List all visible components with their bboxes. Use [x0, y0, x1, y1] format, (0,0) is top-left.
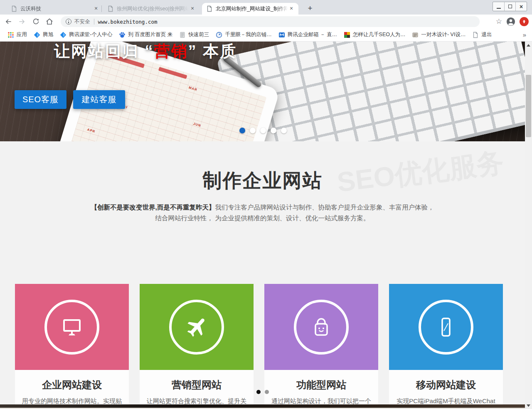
carousel-dot-5[interactable] — [281, 128, 287, 133]
card-body: 功能型网站 通过网站架构设计，我们可以把一个复杂的系统划分为一套更简单的子系统的… — [264, 370, 378, 404]
tab-xuzhou-seo[interactable]: 徐州网站优化|徐州seo|徐州网站 × — [103, 3, 200, 15]
url-text[interactable]: www.bokezhitong.com — [98, 19, 158, 25]
window-controls: × — [493, 2, 527, 11]
icon-ring — [169, 300, 224, 355]
tab-title: 北京网站制作_网站建设_制作网 — [216, 5, 288, 12]
bookmark-logout[interactable]: 退出 — [469, 30, 495, 39]
calendar-month-label: JUN — [193, 122, 202, 128]
airplane-icon — [178, 309, 215, 345]
address-bar[interactable]: 不安全 www.bokezhitong.com — [61, 16, 480, 27]
bookmark-label: 腾讯课堂-个人中心 — [69, 31, 112, 38]
bookmark-label: 千里眼－我的店铺… — [225, 31, 272, 38]
carousel-dot-4[interactable] — [271, 128, 276, 133]
design-site-icon — [412, 32, 419, 38]
tab-yunwo[interactable]: 云沃科技 × — [7, 3, 103, 15]
build-service-button[interactable]: 建站客服 — [73, 90, 125, 109]
back-icon — [4, 17, 12, 26]
blue-diamond-icon — [34, 32, 40, 38]
back-button[interactable] — [3, 16, 14, 27]
page-viewport: MAR MAY APR JUN AUG SEP DEC 让网站回归 “营销” 本… — [0, 42, 532, 409]
card-mobile-website[interactable]: 移动网站建设 实现PC端iPad端M手机端及WeChat微信端多平台的浏览方式，… — [389, 284, 503, 404]
bookmark-label: 到 百度图片首页 来 — [128, 31, 172, 38]
arrow-down-icon — [527, 404, 530, 407]
hero-button-group: SEO客服 建站客服 — [15, 90, 125, 109]
card-corporate-website[interactable]: 企业网站建设 用专业的网络技术制作网站。实现贴近用户体验、简单大方、一目了然、直… — [15, 284, 129, 404]
hero-quote-open: “ — [145, 42, 154, 60]
bookmark-qianliyan[interactable]: 千里眼－我的店铺… — [212, 30, 275, 39]
hero-title: 让网站回归 “营销” 本质 — [54, 42, 237, 62]
card-description: 实现PC端iPad端M手机端及WeChat微信端多平台的浏览方式，不同的分辨率下… — [395, 397, 497, 404]
bookmark-apps[interactable]: 应用 — [4, 30, 30, 39]
card-image-area — [15, 284, 129, 370]
apps-grid-icon — [7, 32, 14, 38]
bookmark-tencent-classroom[interactable]: 腾讯课堂-个人中心 — [57, 30, 116, 39]
security-label[interactable]: 不安全 — [74, 18, 90, 25]
hero-title-suffix: 本质 — [203, 42, 237, 60]
bookmark-label: 一对木设计- VI设… — [421, 31, 466, 38]
bookmarks-bar: 应用 腾旭 腾讯课堂-个人中心 到 百度图片首页 来 快速前三 千里眼－我的店铺… — [0, 28, 532, 42]
card-image-area — [264, 284, 378, 370]
baidu-paw-icon — [119, 32, 126, 38]
card-image-area — [389, 284, 503, 370]
monitor-icon — [59, 314, 85, 340]
forward-button[interactable] — [17, 16, 27, 27]
tab-title: 徐州网站优化|徐州seo|徐州网站 — [117, 5, 189, 12]
tab-close-icon[interactable]: × — [189, 5, 196, 12]
colorful-site-icon — [344, 32, 350, 38]
card-body: 移动网站建设 实现PC端iPad端M手机端及WeChat微信端多平台的浏览方式，… — [389, 370, 503, 404]
hero-carousel-dots — [239, 128, 287, 133]
card-marketing-website[interactable]: 营销型网站 让网站更符合搜索引擎优化、提升关键词排名。用更具吸引力的内容呈现、让… — [140, 284, 254, 404]
blue-diamond-icon — [60, 32, 66, 38]
bookmarks-overflow-chevron[interactable]: » — [523, 31, 526, 38]
tab-close-icon[interactable]: × — [92, 5, 100, 12]
smartphone-icon — [433, 314, 459, 340]
profile-avatar[interactable] — [506, 17, 515, 26]
hero-title-highlight: 营销 — [154, 42, 188, 60]
page-favicon-icon — [11, 5, 17, 12]
bookmark-tengxu[interactable]: 腾旭 — [30, 30, 57, 39]
page-favicon-icon — [206, 5, 213, 12]
carousel-dot-1[interactable] — [239, 128, 245, 133]
carousel-dot-3[interactable] — [260, 128, 266, 133]
icon-ring — [44, 300, 99, 355]
bookmark-seo-article[interactable]: 怎样让几千SEO人为… — [340, 30, 409, 39]
bookmark-label: 退出 — [481, 31, 492, 38]
tab-title: 云沃科技 — [20, 5, 92, 12]
tab-close-icon[interactable]: × — [288, 5, 295, 12]
cards-pager-dots — [0, 390, 525, 394]
tab-strip: 云沃科技 × 徐州网站优化|徐州seo|徐州网站 × 北京网站制作_网站建设_制… — [0, 0, 532, 15]
carousel-dot-2[interactable] — [250, 128, 256, 133]
scroll-up-button[interactable] — [525, 42, 532, 49]
hero-title-prefix: 让网站回归 — [54, 42, 139, 60]
vertical-scrollbar[interactable] — [525, 42, 532, 409]
pager-dot-2[interactable] — [265, 390, 269, 394]
bookmark-yiduimu-design[interactable]: 一对木设计- VI设… — [409, 30, 469, 39]
calendar-month-label: APR — [87, 128, 96, 133]
bookmark-tencent-exmail[interactable]: 腾讯企业邮箱 － 直… — [275, 30, 340, 39]
info-icon[interactable] — [66, 19, 71, 25]
bookmark-star-icon[interactable]: ☆ — [496, 17, 502, 26]
minimize-button[interactable] — [493, 2, 504, 11]
browser-update-button[interactable] — [520, 17, 529, 26]
bookmark-baidu-images[interactable]: 到 百度图片首页 来 — [116, 30, 176, 39]
scrollbar-thumb[interactable] — [526, 75, 531, 137]
reload-button[interactable] — [30, 16, 41, 27]
seo-service-button[interactable]: SEO客服 — [15, 90, 66, 109]
icon-ring — [419, 300, 473, 355]
bookmark-kuaisu[interactable]: 快速前三 — [176, 30, 212, 39]
hero-quote-close: ” — [188, 42, 197, 60]
mail-icon — [278, 32, 285, 38]
card-functional-website[interactable]: 功能型网站 通过网站架构设计，我们可以把一个复杂的系统划分为一套更简单的子系统的… — [264, 284, 378, 404]
tab-separator — [101, 5, 102, 12]
new-tab-button[interactable]: + — [305, 3, 315, 14]
card-description: 让网站更符合搜索引擎优化、提升关键词排名。用更具吸引力的内容呈现、让访问更友好；… — [145, 397, 248, 404]
close-button[interactable]: × — [515, 2, 527, 11]
toolbar-right-cluster: ☆ — [496, 15, 529, 28]
tab-beijing-website-active[interactable]: 北京网站制作_网站建设_制作网 × — [202, 3, 298, 15]
home-button[interactable] — [44, 16, 55, 27]
scroll-down-button[interactable] — [525, 402, 532, 409]
restore-button[interactable] — [504, 2, 515, 11]
icon-ring — [294, 300, 349, 355]
shopping-bag-icon — [308, 314, 335, 340]
pager-dot-1[interactable] — [256, 390, 261, 394]
